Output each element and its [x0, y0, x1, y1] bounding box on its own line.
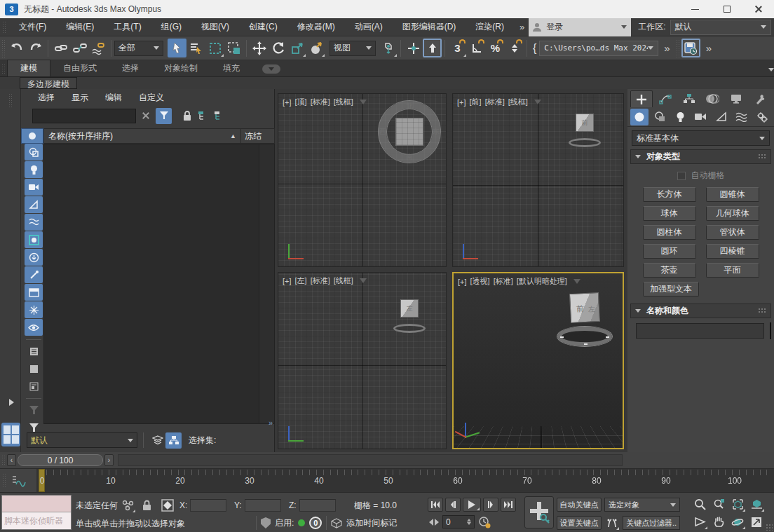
menu-views[interactable]: 视图(V): [191, 18, 239, 36]
create-textplus-button[interactable]: 加强型文本: [643, 282, 699, 296]
menu-edit[interactable]: 编辑(E): [56, 18, 104, 36]
filter-shapes-icon[interactable]: [25, 144, 43, 161]
workspace-dropdown[interactable]: 默认: [670, 20, 771, 35]
ribbon-options-chevron[interactable]: [768, 68, 774, 71]
viewport-general-menu[interactable]: [+]: [457, 98, 466, 107]
create-sphere-button[interactable]: 球体: [643, 206, 696, 221]
zoom-extents-button[interactable]: [729, 496, 746, 512]
column-header-name[interactable]: 名称(按升序排序) ▲: [43, 128, 241, 144]
field-of-view-button[interactable]: [691, 514, 708, 530]
spinner-snap-toggle-button[interactable]: [505, 39, 524, 57]
maxscript-mini-listener[interactable]: 脚本迷你侦听器: [1, 495, 72, 530]
undo-button[interactable]: [7, 39, 26, 57]
category-geometry[interactable]: [630, 109, 649, 125]
ribbon-tab-freeform[interactable]: 自由形式: [50, 60, 109, 76]
filter-spacewarps-icon[interactable]: [25, 214, 43, 231]
next-key-button[interactable]: [483, 498, 498, 512]
explorer-preset-dropdown[interactable]: 默认: [27, 432, 137, 448]
category-cameras[interactable]: [691, 109, 710, 125]
viewport-filter-icon[interactable]: [360, 278, 367, 283]
viewcube-top-face[interactable]: [395, 118, 423, 146]
select-and-rotate-button[interactable]: [269, 39, 287, 57]
viewport-filter-icon[interactable]: [573, 279, 580, 284]
auto-key-button[interactable]: 自动关键点: [557, 498, 602, 512]
set-key-button[interactable]: 设置关键点: [557, 516, 602, 530]
window-resize-grip[interactable]: [766, 524, 773, 531]
named-selection-sets-icon[interactable]: {: [530, 42, 539, 55]
filter-lights-icon[interactable]: [25, 161, 43, 178]
viewport-perspective[interactable]: [+] [透视] [标准] [默认明暗处理] 前 左: [452, 272, 624, 449]
bind-to-space-warp-button[interactable]: [89, 39, 108, 57]
viewport-pov-menu[interactable]: [透视]: [470, 276, 490, 287]
menu-file[interactable]: 文件(F): [9, 18, 56, 36]
key-mode-toggle[interactable]: [429, 519, 439, 526]
toggle-set-key-mode-button[interactable]: [524, 496, 554, 528]
select-and-link-button[interactable]: [51, 39, 70, 57]
ribbon-tab-selection[interactable]: 选择: [109, 60, 151, 76]
viewport-pov-menu[interactable]: [顶]: [295, 97, 307, 107]
viewport-style-menu[interactable]: [标准]: [494, 276, 513, 287]
name-color-rollout-header[interactable]: 名称和颜色: [630, 303, 771, 318]
selection-filter-dropdown[interactable]: 全部: [114, 41, 163, 56]
menu-group[interactable]: 组(G): [151, 18, 191, 36]
create-cylinder-button[interactable]: 圆柱体: [643, 225, 696, 240]
menu-rendering[interactable]: 渲染(R): [466, 18, 514, 36]
object-type-rollout-header[interactable]: 对象类型: [630, 149, 771, 164]
scene-safe-status-icon[interactable]: [298, 519, 305, 526]
notification-badge[interactable]: 0: [309, 517, 322, 529]
viewcube[interactable]: 左: [390, 298, 429, 334]
lock-explorer-button[interactable]: [179, 108, 195, 124]
explorer-menu-customize[interactable]: 自定义: [139, 92, 164, 104]
select-object-button[interactable]: [168, 39, 186, 57]
category-spacewarps[interactable]: [733, 109, 751, 125]
explorer-menu-edit[interactable]: 编辑: [105, 92, 122, 104]
tab-display[interactable]: [725, 90, 747, 107]
viewport-shading-menu[interactable]: [线框]: [334, 97, 353, 107]
ribbon-subtab-polygon-modeling[interactable]: 多边形建模: [20, 77, 77, 89]
toolbar-grip[interactable]: [1, 39, 6, 57]
filter-hidden-icon[interactable]: [25, 319, 43, 336]
viewcube[interactable]: 前 左: [555, 293, 614, 346]
z-input[interactable]: [299, 499, 336, 512]
ribbon-tab-populate[interactable]: 填充: [210, 60, 252, 76]
explorer-overflow-chevron[interactable]: »: [269, 418, 271, 427]
toolbar-grip[interactable]: [2, 21, 7, 34]
zoom-button[interactable]: [691, 496, 708, 512]
previous-frame-button[interactable]: ‹: [7, 454, 16, 466]
toolbar-overflow-chevron[interactable]: »: [658, 42, 674, 54]
isolate-selection-toggle[interactable]: [121, 498, 136, 513]
close-button[interactable]: [742, 0, 774, 18]
time-slider-handle[interactable]: 0 / 100: [18, 454, 103, 466]
viewport-general-menu[interactable]: [+]: [283, 98, 292, 107]
menu-tools[interactable]: 工具(T): [104, 18, 151, 36]
filter-containers-icon[interactable]: [25, 284, 43, 301]
project-folder-dropdown[interactable]: C:\Users\po…ds Max 2024: [539, 41, 658, 56]
toolbar-grip[interactable]: [676, 39, 680, 57]
use-pivot-center-button[interactable]: [379, 39, 398, 57]
ribbon-tab-object-paint[interactable]: 对象绘制: [151, 60, 210, 76]
keyboard-shortcut-override-toggle[interactable]: [423, 39, 442, 57]
viewport-style-menu[interactable]: [标准]: [485, 97, 505, 107]
category-shapes[interactable]: [651, 109, 669, 125]
list-view-button[interactable]: [25, 343, 43, 360]
create-teapot-button[interactable]: 茶壶: [643, 263, 696, 278]
y-input[interactable]: [245, 499, 281, 512]
viewport-shading-menu[interactable]: [线框]: [334, 275, 353, 286]
filter-frozen-icon[interactable]: [25, 301, 43, 318]
tab-motion[interactable]: [702, 90, 724, 107]
autosave-button[interactable]: [681, 39, 700, 57]
filter-cameras-icon[interactable]: [25, 179, 43, 196]
explorer-menu-display[interactable]: 显示: [72, 92, 88, 104]
viewcube-cube[interactable]: 前 左: [569, 292, 600, 323]
reference-coordinate-dropdown[interactable]: 视图: [330, 41, 376, 56]
viewport-filter-icon[interactable]: [534, 100, 541, 104]
menu-overflow-chevron[interactable]: »: [514, 22, 529, 32]
filter-xrefs-icon[interactable]: [25, 249, 43, 266]
new-key-filter-dropdown[interactable]: 选定对象: [604, 498, 680, 512]
play-animation-button[interactable]: [463, 498, 481, 512]
menu-create[interactable]: 创建(C): [239, 18, 287, 36]
ribbon-minimize-button[interactable]: [262, 64, 280, 74]
time-slider-track[interactable]: [118, 454, 623, 466]
orbit-button[interactable]: [729, 514, 746, 530]
tab-modify[interactable]: [654, 90, 677, 107]
